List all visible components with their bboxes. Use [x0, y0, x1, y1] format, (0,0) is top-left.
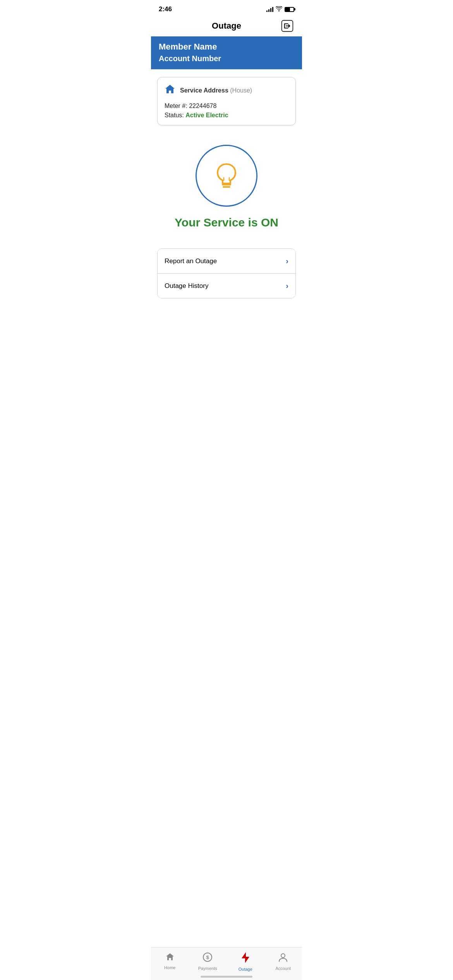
- signal-icon: [266, 7, 273, 12]
- status-row: Status: Active Electric: [165, 112, 288, 119]
- meter-value: 22244678: [189, 103, 216, 109]
- meter-label: Meter #:: [165, 103, 187, 109]
- outage-history-label: Outage History: [165, 282, 208, 290]
- battery-icon: [285, 7, 294, 12]
- service-address-row: Service Address (House): [165, 84, 288, 97]
- status-label: Status:: [165, 112, 184, 118]
- logout-button[interactable]: [280, 19, 294, 33]
- service-status-section: Your Service is ON: [151, 133, 302, 233]
- member-name: Member Name: [159, 42, 294, 52]
- member-banner: Member Name Account Number: [151, 36, 302, 69]
- bulb-circle: [196, 145, 257, 207]
- status-value: Active Electric: [185, 112, 228, 118]
- service-address-sub: (House): [230, 87, 252, 94]
- service-on-prefix: Your Service is: [175, 216, 261, 229]
- service-address-label: Service Address: [180, 87, 228, 94]
- wifi-icon: [276, 6, 282, 13]
- meter-row: Meter #: 22244678: [165, 103, 288, 110]
- status-bar: 2:46: [151, 0, 302, 17]
- service-on-text: Your Service is ON: [175, 216, 278, 229]
- account-number-label: Account Number: [159, 54, 294, 63]
- status-time: 2:46: [159, 5, 172, 13]
- report-outage-button[interactable]: Report an Outage ›: [158, 249, 295, 274]
- page-title: Outage: [212, 21, 241, 31]
- outage-history-button[interactable]: Outage History ›: [158, 274, 295, 298]
- status-icons: [266, 6, 294, 13]
- service-on-word: ON: [261, 216, 278, 229]
- service-address-text: Service Address (House): [180, 87, 252, 94]
- outage-history-chevron: ›: [286, 281, 288, 290]
- nav-header: Outage: [151, 17, 302, 36]
- report-outage-chevron: ›: [286, 257, 288, 266]
- home-address-icon: [165, 84, 175, 97]
- action-list: Report an Outage › Outage History ›: [157, 248, 296, 298]
- service-card: Service Address (House) Meter #: 2224467…: [157, 77, 296, 125]
- report-outage-label: Report an Outage: [165, 257, 217, 265]
